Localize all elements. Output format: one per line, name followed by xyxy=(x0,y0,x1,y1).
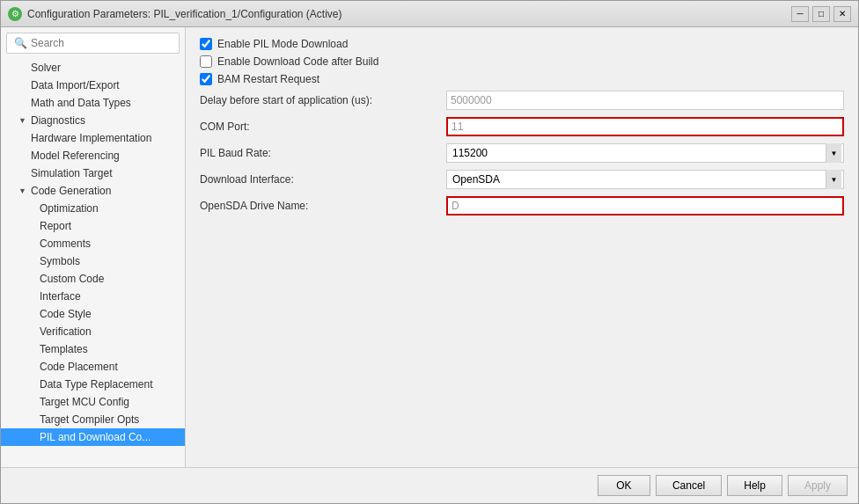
sidebar-item-simulation-target[interactable]: Simulation Target xyxy=(1,164,185,182)
footer: OK Cancel Help Apply xyxy=(1,467,858,503)
opensda-drive-name-row: OpenSDA Drive Name: xyxy=(200,196,844,215)
sidebar-item-data-type-replacement[interactable]: Data Type Replacement xyxy=(1,376,185,393)
apply-button[interactable]: Apply xyxy=(788,475,848,496)
main-window: ⚙ Configuration Parameters: PIL_verifica… xyxy=(0,0,859,504)
search-box[interactable]: 🔍 xyxy=(6,33,180,54)
bam-restart-row: BAM Restart Request xyxy=(200,73,844,85)
com-port-input[interactable] xyxy=(446,117,844,136)
delay-before-start-label: Delay before start of application (us): xyxy=(200,94,446,106)
pil-baud-rate-select[interactable]: 115200 ▼ xyxy=(446,143,844,163)
sidebar-item-code-generation[interactable]: ▼ Code Generation xyxy=(1,182,185,200)
sidebar-item-verification[interactable]: Verification xyxy=(1,323,185,340)
download-interface-select[interactable]: OpenSDA ▼ xyxy=(446,170,844,189)
sidebar-item-math-and-data-types[interactable]: Math and Data Types xyxy=(1,94,185,112)
app-icon: ⚙ xyxy=(8,7,22,21)
search-input[interactable] xyxy=(31,37,172,49)
download-interface-value: OpenSDA xyxy=(449,173,826,186)
sidebar-item-code-placement[interactable]: Code Placement xyxy=(1,358,185,376)
window-title: Configuration Parameters: PIL_verificati… xyxy=(27,8,342,20)
sidebar-item-data-import-export[interactable]: Data Import/Export xyxy=(1,77,185,94)
sidebar-item-interface[interactable]: Interface xyxy=(1,288,185,305)
minimize-button[interactable]: ─ xyxy=(791,6,809,22)
opensda-drive-name-label: OpenSDA Drive Name: xyxy=(200,200,446,212)
help-button[interactable]: Help xyxy=(727,475,782,496)
enable-pil-mode-row: Enable PIL Mode Download xyxy=(200,38,844,50)
enable-pil-mode-label: Enable PIL Mode Download xyxy=(217,38,348,50)
enable-download-code-checkbox[interactable] xyxy=(200,55,212,68)
pil-baud-rate-row: PIL Baud Rate: 115200 ▼ xyxy=(200,143,844,163)
sidebar-item-templates[interactable]: Templates xyxy=(1,340,185,358)
sidebar-item-target-mcu-config[interactable]: Target MCU Config xyxy=(1,393,185,411)
title-bar: ⚙ Configuration Parameters: PIL_verifica… xyxy=(1,1,858,27)
opensda-drive-name-input[interactable] xyxy=(446,196,844,215)
sidebar: 🔍 Solver Data Import/Export Math and Dat… xyxy=(1,27,186,467)
sidebar-item-target-compiler-opts[interactable]: Target Compiler Opts xyxy=(1,411,185,428)
sidebar-tree: Solver Data Import/Export Math and Data … xyxy=(1,59,185,467)
maximize-button[interactable]: □ xyxy=(812,6,830,22)
download-interface-label: Download Interface: xyxy=(200,173,446,186)
enable-pil-mode-checkbox[interactable] xyxy=(200,38,212,50)
config-panel: Enable PIL Mode Download Enable Download… xyxy=(186,27,858,467)
download-interface-row: Download Interface: OpenSDA ▼ xyxy=(200,170,844,189)
window-controls: ─ □ ✕ xyxy=(791,6,851,22)
delay-before-start-row: Delay before start of application (us): xyxy=(200,91,844,110)
enable-download-code-row: Enable Download Code after Build xyxy=(200,55,844,68)
sidebar-item-comments[interactable]: Comments xyxy=(1,235,185,252)
download-interface-dropdown-arrow[interactable]: ▼ xyxy=(826,170,841,189)
delay-before-start-input[interactable] xyxy=(446,91,844,110)
sidebar-item-custom-code[interactable]: Custom Code xyxy=(1,270,185,288)
com-port-row: COM Port: xyxy=(200,117,844,136)
sidebar-item-diagnostics[interactable]: ▼ Diagnostics xyxy=(1,112,185,129)
search-icon: 🔍 xyxy=(14,37,27,49)
sidebar-item-solver[interactable]: Solver xyxy=(1,59,185,77)
sidebar-item-model-referencing[interactable]: Model Referencing xyxy=(1,147,185,164)
com-port-label: COM Port: xyxy=(200,121,446,133)
pil-baud-rate-label: PIL Baud Rate: xyxy=(200,147,446,159)
sidebar-item-pil-and-download-co[interactable]: PIL and Download Co... xyxy=(1,428,185,446)
expand-icon: ▼ xyxy=(18,116,27,125)
close-button[interactable]: ✕ xyxy=(833,6,851,22)
sidebar-item-report[interactable]: Report xyxy=(1,217,185,235)
title-bar-left: ⚙ Configuration Parameters: PIL_verifica… xyxy=(8,7,342,21)
ok-button[interactable]: OK xyxy=(598,475,650,496)
bam-restart-checkbox[interactable] xyxy=(200,73,212,85)
expand-icon: ▼ xyxy=(18,186,27,195)
sidebar-item-hardware-implementation[interactable]: Hardware Implementation xyxy=(1,129,185,147)
sidebar-item-code-style[interactable]: Code Style xyxy=(1,305,185,323)
cancel-button[interactable]: Cancel xyxy=(656,475,722,496)
pil-baud-rate-value: 115200 xyxy=(449,147,826,159)
sidebar-item-symbols[interactable]: Symbols xyxy=(1,252,185,270)
pil-baud-rate-dropdown-arrow[interactable]: ▼ xyxy=(826,143,841,163)
sidebar-item-optimization[interactable]: Optimization xyxy=(1,200,185,217)
enable-download-code-label: Enable Download Code after Build xyxy=(217,55,378,68)
bam-restart-label: BAM Restart Request xyxy=(217,73,319,85)
main-content: 🔍 Solver Data Import/Export Math and Dat… xyxy=(1,27,858,467)
